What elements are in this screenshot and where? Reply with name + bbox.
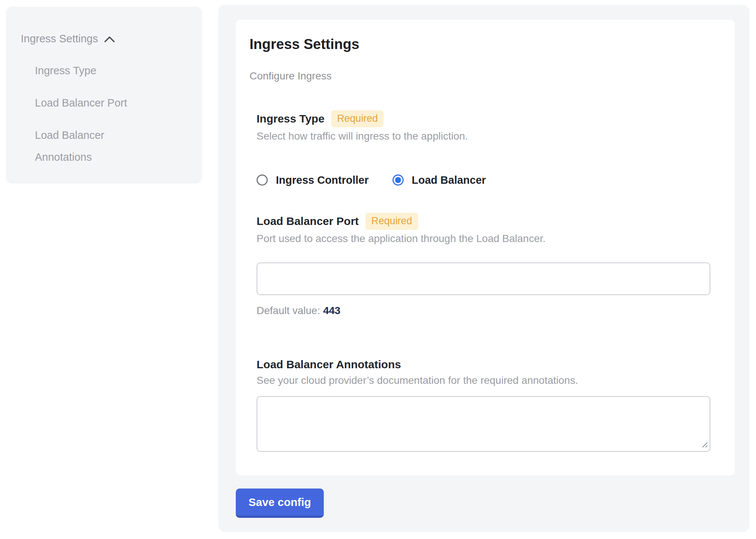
- required-badge: Required: [331, 110, 384, 127]
- radio-label-ingress-controller[interactable]: Ingress Controller: [276, 174, 369, 186]
- field-label-row: Load Balancer Annotations: [257, 357, 710, 372]
- save-config-button[interactable]: Save config: [236, 489, 324, 518]
- chevron-up-icon[interactable]: [104, 36, 115, 43]
- resize-handle-icon[interactable]: [700, 440, 708, 450]
- sidebar-item-ingress-type[interactable]: Ingress Type: [35, 60, 146, 82]
- default-value-line: Default value:443: [257, 304, 710, 317]
- radio-selected-icon[interactable]: [392, 174, 404, 186]
- sidebar-list: Ingress Type Load Balancer Port Load Bal…: [35, 60, 187, 168]
- field-load-balancer-port: Load Balancer Port Required Port used to…: [257, 213, 710, 317]
- sidebar-group-ingress-settings[interactable]: Ingress Settings: [21, 31, 187, 46]
- field-description-load-balancer-annotations: See your cloud provider’s documentation …: [257, 374, 710, 387]
- sidebar-item-load-balancer-annotations[interactable]: Load Balancer Annotations: [35, 124, 146, 168]
- required-badge: Required: [365, 213, 418, 230]
- page-subtitle: Configure Ingress: [250, 69, 710, 83]
- default-value-prefix: Default value:: [257, 305, 320, 316]
- radio-option-load-balancer[interactable]: Load Balancer: [392, 174, 486, 186]
- load-balancer-port-input[interactable]: [257, 262, 710, 295]
- settings-card: Ingress Settings Configure Ingress Ingre…: [236, 20, 735, 476]
- field-label-row: Ingress Type Required: [257, 110, 710, 127]
- settings-panel: Ingress Settings Configure Ingress Ingre…: [218, 5, 749, 532]
- field-label-ingress-type: Ingress Type: [257, 112, 325, 126]
- sidebar: Ingress Settings Ingress Type Load Balan…: [6, 7, 202, 183]
- field-ingress-type: Ingress Type Required Select how traffic…: [257, 110, 710, 187]
- field-load-balancer-annotations: Load Balancer Annotations See your cloud…: [257, 357, 710, 452]
- field-label-row: Load Balancer Port Required: [257, 213, 710, 230]
- field-label-load-balancer-port: Load Balancer Port: [257, 214, 359, 228]
- ingress-type-radio-group: Ingress Controller Load Balancer: [257, 173, 710, 187]
- radio-unselected-icon[interactable]: [257, 174, 268, 186]
- field-description-ingress-type: Select how traffic will ingress to the a…: [257, 130, 710, 143]
- annotations-textarea[interactable]: [257, 396, 710, 452]
- sidebar-group-label: Ingress Settings: [21, 31, 98, 46]
- radio-label-load-balancer[interactable]: Load Balancer: [412, 174, 486, 186]
- field-label-load-balancer-annotations: Load Balancer Annotations: [257, 357, 401, 372]
- page-title: Ingress Settings: [250, 35, 710, 53]
- field-description-load-balancer-port: Port used to access the application thro…: [257, 232, 710, 245]
- sidebar-item-load-balancer-port[interactable]: Load Balancer Port: [35, 92, 146, 114]
- radio-option-ingress-controller[interactable]: Ingress Controller: [257, 174, 369, 186]
- annotations-textarea-wrap: [257, 396, 710, 452]
- default-value: 443: [323, 305, 340, 316]
